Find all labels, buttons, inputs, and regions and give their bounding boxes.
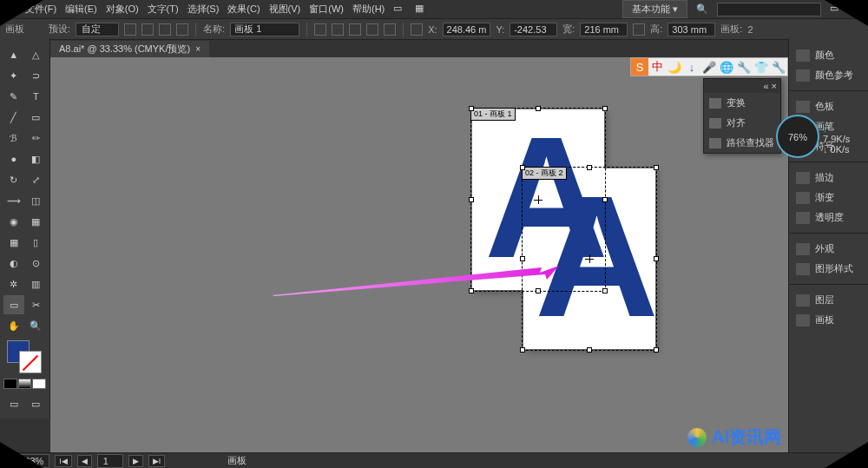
- opt4-icon[interactable]: [366, 23, 378, 36]
- handle-e[interactable]: [654, 256, 659, 261]
- link-wh-icon[interactable]: [633, 23, 645, 36]
- search-input[interactable]: [717, 3, 821, 16]
- handle-sw[interactable]: [520, 347, 525, 353]
- handle-se[interactable]: [654, 347, 659, 353]
- menu-edit[interactable]: 编辑(E): [65, 3, 97, 16]
- dock-graphicstyles[interactable]: 图形样式: [789, 259, 868, 279]
- pen-tool[interactable]: ✎: [3, 87, 24, 106]
- ime-toolbar[interactable]: S 中 🌙 ↓ 🎤 🌐 🔧 👕 🔧: [630, 57, 788, 76]
- handle-s[interactable]: [587, 347, 592, 353]
- handle-nw[interactable]: [520, 165, 525, 170]
- dock-gradient[interactable]: 渐变: [789, 188, 868, 208]
- ime-moon-icon[interactable]: 🌙: [666, 58, 683, 76]
- ime-punct-icon[interactable]: ↓: [683, 58, 700, 76]
- dock-colorguide[interactable]: 颜色参考: [789, 65, 868, 85]
- change-screen-icon[interactable]: ▭: [26, 394, 47, 413]
- handle-nw[interactable]: [469, 106, 474, 111]
- landscape-icon[interactable]: [141, 23, 154, 36]
- h-input[interactable]: 303 mm: [667, 23, 715, 36]
- blend-tool[interactable]: ⊙: [26, 254, 47, 273]
- menu-type[interactable]: 文字(T): [148, 3, 179, 16]
- ref-point-icon[interactable]: [411, 23, 423, 36]
- width-tool[interactable]: ⟿: [3, 191, 24, 210]
- panel-collapse-icon[interactable]: « ×: [763, 81, 777, 91]
- handle-n[interactable]: [536, 106, 541, 111]
- dock-stroke[interactable]: 描边: [789, 168, 868, 188]
- artboard-name-input[interactable]: 画板 1: [230, 23, 299, 36]
- ime-wrench-icon[interactable]: 🔧: [770, 58, 787, 76]
- gradient-mode-icon[interactable]: [18, 379, 32, 389]
- dock-layers[interactable]: 图层: [789, 290, 868, 310]
- paintbrush-tool[interactable]: ℬ: [3, 129, 24, 148]
- scale-tool[interactable]: ⤢: [26, 170, 47, 189]
- lasso-tool[interactable]: ⊃: [26, 66, 47, 85]
- delete-artboard-icon[interactable]: [176, 23, 188, 36]
- dock-swatches[interactable]: 色板: [789, 96, 868, 116]
- panel-align[interactable]: 对齐: [704, 113, 780, 133]
- shape-builder-tool[interactable]: ◉: [3, 212, 24, 231]
- menu-window[interactable]: 窗口(W): [309, 3, 344, 16]
- free-transform-tool[interactable]: ◫: [26, 191, 47, 210]
- blob-brush-tool[interactable]: ●: [3, 149, 24, 168]
- menu-help[interactable]: 帮助(H): [352, 3, 385, 16]
- eyedropper-tool[interactable]: ◐: [3, 254, 24, 273]
- ime-tool-icon[interactable]: 🔧: [735, 58, 753, 76]
- menu-view[interactable]: 视图(V): [269, 3, 301, 16]
- document-tab[interactable]: A8.ai* @ 33.33% (CMYK/预览) ×: [50, 41, 209, 57]
- stroke-color[interactable]: [19, 351, 42, 373]
- line-tool[interactable]: ╱: [3, 108, 24, 127]
- last-artboard-button[interactable]: ▶I: [148, 455, 166, 467]
- none-mode-icon[interactable]: [32, 379, 46, 389]
- preset-select[interactable]: 自定: [76, 23, 119, 36]
- mesh-tool[interactable]: ▦: [3, 233, 24, 252]
- direct-selection-tool[interactable]: △: [26, 45, 47, 64]
- opt5-icon[interactable]: [384, 23, 396, 36]
- type-tool[interactable]: T: [26, 87, 47, 106]
- prev-artboard-button[interactable]: ◀: [77, 455, 92, 467]
- dock-artboards[interactable]: 画板: [789, 310, 868, 330]
- opt3-icon[interactable]: [349, 23, 361, 36]
- artboard-tool[interactable]: ▭: [3, 295, 24, 314]
- menu-effect[interactable]: 效果(C): [227, 3, 260, 16]
- bridge-icon[interactable]: ▭: [393, 3, 406, 16]
- slice-tool[interactable]: ✂: [26, 295, 47, 314]
- new-artboard-icon[interactable]: [159, 23, 171, 36]
- panel-transform[interactable]: 变换: [704, 93, 780, 113]
- graph-tool[interactable]: ▥: [26, 274, 47, 293]
- eraser-tool[interactable]: ◧: [26, 149, 47, 168]
- ime-keyboard-icon[interactable]: 🌐: [718, 58, 735, 76]
- close-tab-icon[interactable]: ×: [195, 44, 201, 54]
- fill-stroke-swatch[interactable]: [3, 340, 46, 375]
- dock-appearance[interactable]: 外观: [789, 239, 868, 259]
- magic-wand-tool[interactable]: ✦: [3, 66, 24, 85]
- handle-ne[interactable]: [602, 106, 608, 111]
- opt2-icon[interactable]: [332, 23, 344, 36]
- dock-color[interactable]: 颜色: [789, 45, 868, 65]
- arrange-icon[interactable]: ▦: [415, 3, 428, 16]
- next-artboard-button[interactable]: ▶: [128, 455, 143, 467]
- hand-tool[interactable]: ✋: [3, 316, 24, 335]
- handle-w[interactable]: [469, 197, 474, 202]
- ime-skin-icon[interactable]: 👕: [753, 58, 770, 76]
- ime-lang-icon[interactable]: 中: [648, 58, 666, 76]
- dock-transparency[interactable]: 透明度: [789, 208, 868, 227]
- screen-mode-icon[interactable]: ▭: [3, 394, 24, 413]
- artboard-nav-input[interactable]: 1: [97, 454, 123, 468]
- gradient-tool[interactable]: ▯: [26, 233, 47, 252]
- handle-n[interactable]: [587, 165, 592, 170]
- menu-select[interactable]: 选择(S): [187, 3, 220, 16]
- perspective-tool[interactable]: ▦: [26, 212, 47, 231]
- zoom-tool[interactable]: 🔍: [26, 316, 47, 335]
- handle-w[interactable]: [520, 256, 525, 261]
- transform-panel[interactable]: « × 变换 对齐 路径查找器: [703, 78, 781, 154]
- ime-mic-icon[interactable]: 🎤: [700, 58, 718, 76]
- color-mode-icon[interactable]: [3, 379, 17, 389]
- rectangle-tool[interactable]: ▭: [26, 108, 47, 127]
- x-input[interactable]: 248.46 m: [443, 23, 491, 36]
- portrait-icon[interactable]: [124, 23, 136, 36]
- handle-ne[interactable]: [654, 165, 659, 170]
- selection-tool[interactable]: ▲: [3, 45, 24, 64]
- panel-pathfinder[interactable]: 路径查找器: [704, 133, 780, 153]
- network-widget[interactable]: 76% ↑ 7.9K/s ↓ 0K/s: [776, 115, 819, 158]
- selection-box-2[interactable]: 02 - 画板 2: [522, 167, 657, 351]
